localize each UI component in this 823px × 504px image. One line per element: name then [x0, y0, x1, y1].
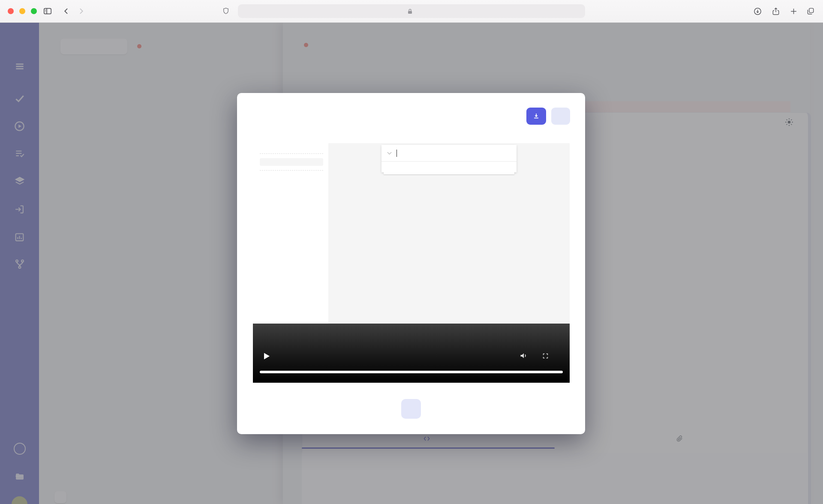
sidebar-toggle-icon[interactable]: [41, 5, 54, 17]
video-frame-todo-app: [328, 143, 570, 324]
todo-card: [381, 145, 517, 172]
tab-overview-icon[interactable]: [804, 5, 817, 17]
browser-chrome: [0, 0, 823, 23]
forward-icon[interactable]: [75, 5, 87, 17]
todo-input: [381, 145, 517, 161]
traffic-light-minimize[interactable]: [19, 8, 25, 14]
downloads-icon[interactable]: [751, 5, 764, 17]
privacy-shield-icon[interactable]: [219, 5, 232, 17]
divider: [260, 153, 323, 154]
chevron-down-icon: [387, 151, 392, 155]
divider: [260, 170, 323, 171]
video-controls: [253, 324, 570, 383]
address-bar[interactable]: [238, 4, 585, 18]
angular-quote: [260, 158, 323, 166]
traffic-light-close[interactable]: [8, 8, 14, 14]
video-progress-bar[interactable]: [260, 371, 563, 373]
screen: [0, 0, 823, 504]
fullscreen-icon[interactable]: [542, 352, 549, 360]
play-icon[interactable]: [262, 352, 271, 360]
attachment-modal: [237, 93, 585, 434]
lock-icon: [408, 9, 412, 14]
traffic-light-zoom[interactable]: [31, 8, 37, 14]
download-icon: [532, 112, 540, 120]
new-tab-icon[interactable]: [787, 5, 800, 17]
volume-icon[interactable]: [520, 352, 528, 360]
video-player[interactable]: [253, 143, 570, 383]
share-icon[interactable]: [769, 5, 782, 17]
text-cursor: [396, 150, 397, 157]
todo-footer: [381, 161, 517, 172]
back-icon[interactable]: [60, 5, 73, 17]
download-button[interactable]: [526, 108, 546, 125]
modal-close-button[interactable]: [551, 108, 570, 125]
video-frame-angular-nav: [253, 143, 328, 324]
previous-attachment-button[interactable]: [401, 399, 421, 419]
